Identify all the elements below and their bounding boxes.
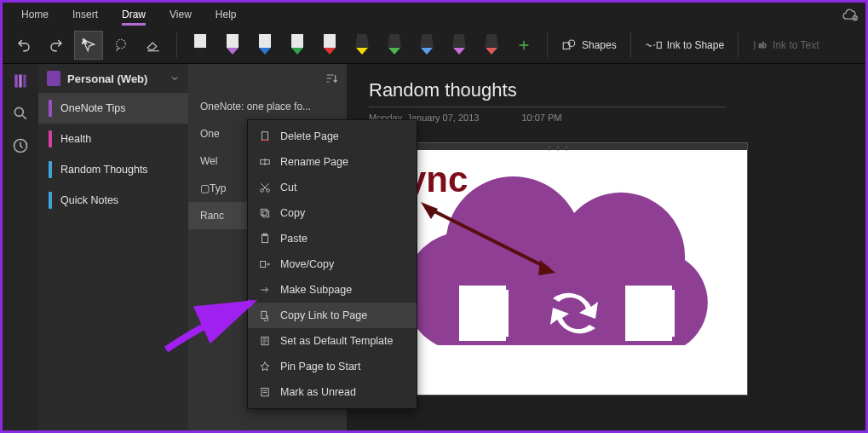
highlighter-yellow[interactable] [348,31,377,60]
ctx-paste[interactable]: Paste [248,226,417,251]
svg-rect-7 [14,75,17,88]
pin-icon [258,360,272,373]
notebook-name: Personal (Web) [67,72,163,85]
ink-to-text-label: Ink to Text [773,39,819,51]
svg-rect-8 [19,75,21,88]
shapes-button[interactable]: Shapes [556,38,622,53]
undo-button[interactable] [9,31,38,60]
section-onenote-tips[interactable]: OneNote Tips [38,93,188,124]
ctx-move-copy[interactable]: Move/Copy [248,251,417,277]
menu-draw[interactable]: Draw [110,5,158,24]
page-content[interactable]: Random thoughts Monday, January 07, 2013… [347,64,865,430]
svg-point-2 [117,39,126,49]
svg-rect-20 [262,132,268,140]
page-list-header [188,64,347,93]
notebooks-icon[interactable] [12,72,29,89]
menubar: Home Insert Draw View Help [3,3,865,26]
ctx-label: Pin Page to Start [280,361,361,372]
section-label: Random Thoughts [60,164,148,176]
add-pen-button[interactable] [509,31,538,60]
ctx-rename-page[interactable]: Rename Page [248,149,417,175]
lasso-tool[interactable] [106,31,135,60]
highlighter-purple[interactable] [445,31,474,60]
highlighter-green[interactable] [380,31,409,60]
ctx-copy[interactable]: Copy [248,200,417,226]
paste-icon [258,232,272,245]
svg-point-10 [14,107,23,116]
svg-rect-5 [657,42,661,48]
redo-button[interactable] [42,31,71,60]
text-select-tool[interactable]: A [74,31,103,60]
page-time: 10:07 PM [521,113,561,123]
menu-home[interactable]: Home [9,5,60,24]
ctx-mark-unread[interactable]: Mark as Unread [248,379,417,405]
section-label: OneNote Tips [60,102,125,114]
ctx-label: Copy [280,207,305,219]
section-quick-notes[interactable]: Quick Notes [38,185,188,216]
ctx-label: Copy Link to Page [280,309,367,321]
app-window: Home Insert Draw View Help A Shapes [3,3,865,430]
ctx-set-default-template[interactable]: Set as Default Template [248,328,417,354]
ctx-delete-page[interactable]: Delete Page [248,124,417,149]
ribbon: A Shapes Ink to Shape ab Ink to Text [3,26,865,64]
subpage-icon [258,283,272,297]
section-random-thoughts[interactable]: Random Thoughts [38,154,188,185]
ctx-label: Delete Page [280,130,339,142]
separator [547,32,548,58]
link-icon [258,309,272,322]
svg-rect-9 [23,75,26,88]
pen-blue[interactable] [250,31,279,60]
notebook-icon [47,71,60,86]
svg-rect-14 [625,286,672,341]
pen-purple[interactable] [218,31,247,60]
menu-view[interactable]: View [158,5,204,24]
search-icon[interactable] [12,105,29,122]
ctx-pin-to-start[interactable]: Pin Page to Start [248,354,417,379]
ctx-copy-link-to-page[interactable]: Copy Link to Page [248,303,417,328]
section-label: Health [60,133,91,145]
svg-rect-15 [670,290,675,337]
pen-green[interactable] [283,31,312,60]
ctx-make-subpage[interactable]: Make Subpage [248,277,417,303]
page-item[interactable]: OneNote: one place fo... [188,93,347,120]
ctx-label: Mark as Unread [280,386,356,398]
svg-rect-24 [263,211,269,217]
separator [176,32,177,58]
ink-to-shape-button[interactable]: Ink to Shape [640,38,729,52]
ctx-label: Cut [280,182,296,193]
menu-help[interactable]: Help [204,5,249,24]
ctx-cut[interactable]: Cut [248,175,417,200]
recent-icon[interactable] [12,137,29,154]
cut-icon [258,181,272,194]
sort-icon[interactable] [325,72,338,85]
page-context-menu: Delete Page Rename Page Cut Copy Paste M… [247,119,417,409]
highlighter-red[interactable] [477,31,506,60]
pen-black[interactable] [186,31,215,60]
drag-handle-icon[interactable]: ⋮⋮⋮ [546,144,572,152]
copy-icon [258,206,272,220]
svg-text:ab: ab [759,42,767,49]
sync-status-icon[interactable] [842,6,859,23]
svg-rect-29 [262,311,267,318]
page-title[interactable]: Random thoughts [369,79,727,107]
pen-red[interactable] [315,31,344,60]
chevron-down-icon [170,73,180,84]
nav-rail [3,64,38,430]
svg-text:A: A [83,38,87,45]
ctx-label: Set as Default Template [280,335,393,347]
section-label: Quick Notes [60,194,118,206]
section-health[interactable]: Health [38,124,188,154]
menu-insert[interactable]: Insert [60,5,110,24]
highlighter-blue[interactable] [412,31,441,60]
ctx-label: Rename Page [280,156,348,168]
section-list: Personal (Web) OneNote Tips Health Rando… [38,64,188,430]
svg-rect-12 [459,286,506,341]
svg-rect-28 [261,262,266,268]
image-container[interactable]: ⋮⋮⋮ Sync [369,148,748,395]
main-area: Personal (Web) OneNote Tips Health Rando… [3,64,865,430]
eraser-tool[interactable] [139,31,168,60]
ctx-label: Move/Copy [280,258,334,270]
ctx-label: Paste [280,233,308,245]
notebook-header[interactable]: Personal (Web) [38,64,188,93]
separator [630,32,631,58]
